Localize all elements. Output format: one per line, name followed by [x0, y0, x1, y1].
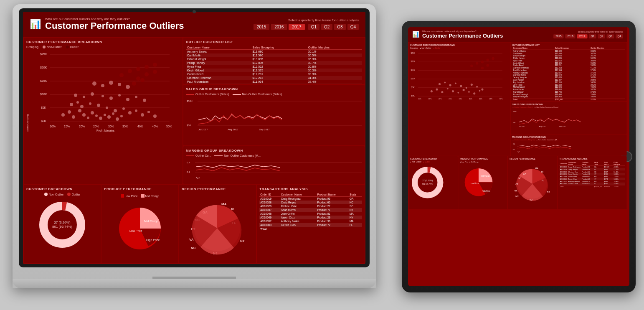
svg-text:$10K: $10K	[411, 78, 415, 80]
svg-text:0.2: 0.2	[187, 171, 190, 173]
scatter-panel: CUSTOMER PERFORMANCE BREAKDOWN Grouping …	[24, 38, 183, 184]
year-buttons: 2015 2016 2017	[254, 24, 305, 30]
trans-product-cell: Product 81	[317, 212, 349, 216]
low-price-color	[121, 194, 124, 198]
svg-point-128	[447, 88, 449, 89]
customer-margin-cell: 30.5%	[307, 53, 362, 57]
margins-non-outlier-legend: Non-Outlier Customers (M...	[214, 154, 261, 157]
trans-product-cell: Product 39	[317, 219, 349, 223]
tablet-trans-order: Total	[559, 185, 568, 188]
trans-product-cell: Product 71	[317, 208, 349, 212]
trans-col-order: Order ID	[259, 193, 280, 197]
svg-text:Q2: Q2	[517, 151, 520, 152]
laptop-dashboard: 📊 Who are our customer outliers and why …	[23, 12, 365, 264]
tablet-year-2015[interactable]: 2015	[553, 34, 563, 38]
trans-order-cell: AX10019	[259, 197, 280, 201]
trans-customer-cell: Craig Rodriguez	[280, 197, 317, 201]
customer-name-cell: Paul Richardson	[186, 80, 251, 84]
customer-name-cell: Carlos Reed	[186, 72, 251, 76]
svg-point-24	[72, 115, 75, 119]
tablet-product-performance: PRODUCT PERFORMANCE ■ Low Price ■ Mid Ra…	[458, 156, 507, 209]
svg-point-48	[153, 114, 157, 118]
customer-margin-cell: 37.4%	[307, 80, 362, 84]
tablet-q3[interactable]: Q3	[607, 34, 614, 38]
svg-text:801 (96.74%): 801 (96.74%)	[422, 183, 433, 185]
tablet-trans-col-state: State Code	[593, 161, 603, 166]
svg-point-148	[492, 57, 494, 60]
quarter-btn-q1[interactable]: Q1	[308, 24, 319, 30]
trans-col-customer: Customer Name	[280, 193, 317, 197]
svg-text:$15K: $15K	[411, 69, 415, 71]
year-btn-2016[interactable]: 2016	[271, 24, 287, 30]
trans-state-cell: NY	[349, 216, 362, 219]
trans-customer-cell: Aaron Cruz	[280, 216, 317, 219]
trans-state-cell: MA	[349, 212, 362, 216]
svg-text:$40K: $40K	[513, 111, 517, 112]
trans-customer-cell: Anthony Banks	[280, 219, 317, 223]
tablet-q2[interactable]: Q2	[598, 34, 605, 38]
quarter-btn-q4[interactable]: Q4	[347, 24, 359, 30]
svg-point-159	[415, 170, 440, 195]
svg-text:50%: 50%	[499, 98, 503, 100]
svg-point-136	[444, 82, 446, 84]
svg-text:High Price: High Price	[146, 239, 160, 242]
product-performance-panel: PRODUCT PERFORMANCE Low Price Mid Range	[101, 185, 178, 263]
tablet-margins-non-outlier: — Non-Outlier Customers (M...	[536, 139, 558, 141]
svg-text:Sep 2017: Sep 2017	[259, 128, 270, 131]
mid-range-label: Mid Range	[145, 195, 160, 198]
tablet-upper: CUSTOMER PERFORMANCE BREAKDOWN Grouping …	[408, 42, 627, 156]
trans-customer-cell: Sean Morris	[280, 208, 317, 212]
tablet-trans-order: AX10028	[559, 168, 568, 170]
svg-point-39	[89, 102, 91, 105]
svg-point-25	[78, 109, 81, 112]
tablet-trans-sales: 964732	[603, 185, 613, 188]
svg-point-125	[431, 90, 433, 92]
svg-text:20%: 20%	[79, 125, 85, 128]
tablet-margins-outlier: — Outlier Customers (Margins)	[512, 139, 535, 141]
svg-text:Aug 2017: Aug 2017	[228, 128, 238, 131]
tablet-sales-non-outlier: — Non-Outlier Customers (Sales)	[535, 107, 558, 108]
customer-sales-cell: $13,580	[251, 53, 307, 57]
quarter-buttons: Q1 Q2 Q3 Q4	[308, 24, 359, 30]
svg-text:Q2: Q2	[196, 176, 200, 179]
quarter-btn-q3[interactable]: Q3	[334, 24, 345, 30]
year-btn-2015[interactable]: 2015	[254, 24, 269, 30]
tablet-sales-legend: — Outlier Customers (Sales) — Non-Outlie…	[512, 107, 625, 108]
tablet-outlier: ● Outlier	[434, 48, 441, 49]
svg-text:$0K: $0K	[411, 95, 415, 97]
svg-point-49	[74, 94, 77, 97]
svg-text:35%: 35%	[469, 98, 472, 100]
trans-product-cell: Product 72	[317, 223, 349, 227]
svg-point-134	[479, 90, 481, 91]
right-panels: OUTLIER CUSTOMER LIST Customer Name Sale…	[183, 38, 365, 184]
svg-text:NY: NY	[240, 239, 245, 243]
tablet-q4[interactable]: Q4	[616, 34, 623, 38]
svg-point-35	[120, 115, 123, 117]
customer-margin-cell: 30.7%	[307, 61, 362, 65]
tablet-year-2016[interactable]: 2016	[565, 34, 575, 38]
svg-point-65	[136, 67, 140, 71]
trans-product-cell: Product 27	[317, 204, 349, 208]
quarter-btn-q2[interactable]: Q2	[321, 24, 332, 30]
tablet-header-right: Select a quarterly time frame for outlie…	[553, 31, 623, 38]
year-btn-2017[interactable]: 2017	[289, 24, 304, 30]
svg-text:FL: FL	[542, 179, 544, 182]
svg-text:27 (3.26%): 27 (3.26%)	[54, 221, 70, 224]
svg-point-61	[118, 83, 121, 86]
trans-customer-cell: Gerald Clark	[280, 223, 317, 227]
svg-point-140	[466, 87, 467, 89]
tablet-q1[interactable]: Q1	[589, 34, 596, 38]
svg-text:0.2: 0.2	[513, 149, 515, 150]
svg-point-149	[481, 67, 484, 69]
tablet-year-2017[interactable]: 2017	[577, 34, 587, 38]
laptop-camera	[193, 10, 196, 13]
customer-sales-cell: $11,667	[251, 84, 307, 84]
product-legend: Low Price Mid Range	[121, 194, 160, 198]
trans-order-cell: AX10049	[259, 216, 280, 219]
svg-text:10%: 10%	[50, 125, 56, 128]
sales-outlier-line	[186, 94, 194, 95]
svg-text:$25K: $25K	[411, 52, 415, 54]
tablet-right-panels: OUTLIER CUSTOMER LIST Customer Name Sale…	[511, 42, 627, 155]
svg-point-40	[97, 104, 100, 107]
svg-text:Profit Margins: Profit Margins	[96, 129, 115, 132]
